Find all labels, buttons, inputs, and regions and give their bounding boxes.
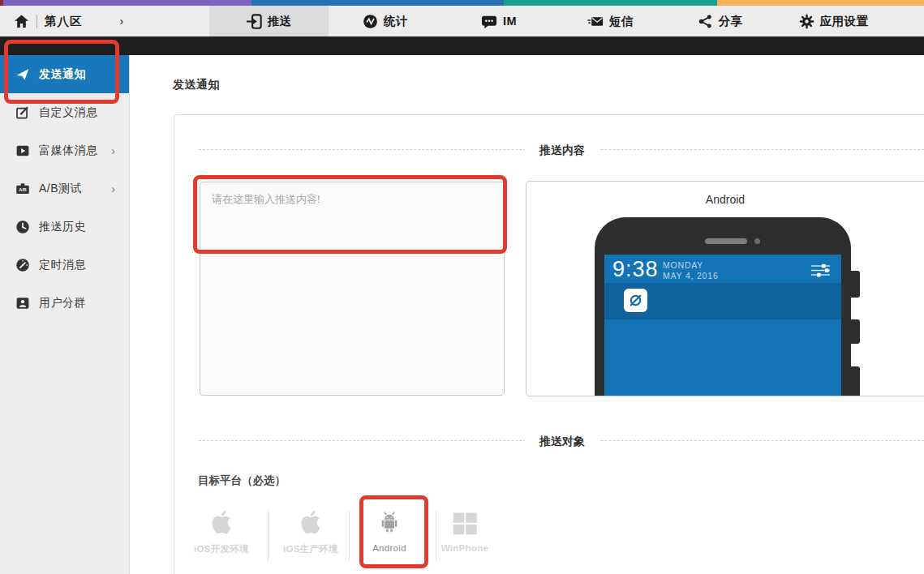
platform-separator (268, 511, 269, 561)
sidebar-item-custom-message[interactable]: 自定义消息 (0, 93, 129, 131)
sidebar-item-user-segments[interactable]: 用户分群 (0, 284, 129, 322)
platform-ios-prod[interactable]: iOS生产环境 (274, 504, 347, 569)
tab-stats[interactable]: 统计 (329, 6, 442, 36)
tab-app-settings[interactable]: 应用设置 (775, 6, 892, 36)
phone-screen: 9:38 MONDAY MAY 4, 2016 (604, 255, 841, 396)
sidebar-item-label: 定时消息 (39, 258, 86, 272)
stats-pulse-icon (363, 14, 378, 29)
strip-segment-orange (717, 0, 924, 6)
section-label-push-content: 推送内容 (525, 143, 600, 157)
push-content-input[interactable] (200, 182, 505, 396)
platform-separator (349, 511, 350, 561)
phone-mockup: 9:38 MONDAY MAY 4, 2016 (595, 217, 851, 396)
brand-area: 第八区 › (0, 6, 123, 36)
phone-camera-dot (754, 238, 760, 244)
top-color-strip (0, 0, 924, 6)
share-nodes-icon (698, 14, 713, 29)
tab-label: 推送 (268, 14, 292, 29)
preview-title: Android (526, 193, 924, 206)
apple-icon (208, 504, 235, 538)
platform-winphone[interactable]: WinPhone (428, 504, 501, 569)
page-title: 发送通知 (173, 78, 220, 92)
edit-square-icon (15, 105, 30, 120)
section-label-push-target: 推送对象 (525, 434, 600, 448)
dark-toolbar (0, 36, 924, 55)
platform-label: iOS生产环境 (283, 543, 338, 555)
tab-label: 分享 (719, 14, 743, 29)
platform-ios-dev[interactable]: iOS开发环境 (185, 504, 258, 569)
windows-icon (450, 504, 479, 538)
sidebar-item-label: 发送通知 (39, 67, 86, 82)
notification-settings-icon (811, 263, 832, 277)
history-clock-icon (15, 219, 30, 234)
strip-segment-purple (3, 0, 251, 6)
top-navbar: 第八区 › 推送 统计 (0, 6, 924, 36)
svg-text:A/B: A/B (19, 187, 26, 192)
platform-label: iOS开发环境 (194, 543, 249, 555)
sidebar-item-label: A/B测试 (39, 182, 82, 196)
sidebar-item-label: 推送历史 (39, 220, 86, 234)
phone-side-button (851, 271, 860, 298)
play-square-icon (15, 143, 30, 158)
chevron-right-icon[interactable]: › (120, 15, 124, 28)
tab-label: IM (503, 15, 517, 28)
sidebar-item-label: 富媒体消息 (39, 144, 98, 158)
chevron-right-icon: › (111, 182, 115, 195)
strip-segment-blue (251, 0, 504, 6)
android-icon (377, 504, 402, 538)
phone-side-button (851, 366, 860, 396)
tab-share[interactable]: 分享 (665, 6, 775, 36)
gear-icon (799, 14, 814, 29)
chat-bubble-icon (481, 14, 497, 29)
sms-envelope-icon (587, 14, 604, 29)
app-name[interactable]: 第八区 (45, 14, 83, 29)
chevron-right-icon: › (111, 144, 115, 157)
android-preview-panel: Android 9:38 MONDAY MAY 4, 2016 (526, 181, 924, 396)
jpush-logo-icon (624, 289, 647, 312)
tab-label: 统计 (384, 14, 408, 29)
tab-push[interactable]: 推送 (209, 6, 329, 36)
tab-label: 短信 (609, 14, 634, 29)
section-divider-content: 推送内容 (199, 149, 924, 150)
platform-separator (436, 511, 436, 561)
phone-time: 9:38 (612, 257, 659, 282)
tab-label: 应用设置 (820, 14, 869, 29)
brand-divider (37, 15, 37, 28)
phone-day: MONDAY (663, 260, 703, 270)
phone-date: MAY 4, 2016 (663, 271, 719, 281)
push-to-phone-icon (247, 14, 262, 29)
notification-row (604, 283, 841, 319)
sidebar-item-label: 用户分群 (39, 296, 86, 311)
home-button[interactable] (14, 14, 29, 29)
sidebar-item-scheduled-message[interactable]: 定时消息 (0, 246, 129, 284)
platform-android[interactable]: Android (353, 504, 426, 569)
platform-label: Android (372, 543, 406, 553)
phone-side-button (851, 319, 860, 344)
app-window: 第八区 › 推送 统计 (0, 0, 924, 574)
sidebar-item-send-notification[interactable]: 发送通知 (0, 55, 129, 93)
ab-test-icon: A/B (15, 181, 30, 196)
paper-plane-icon (15, 66, 30, 82)
timer-clock-icon (15, 257, 30, 272)
sidebar-item-label: 自定义消息 (39, 105, 98, 120)
target-platform-label: 目标平台（必选） (198, 473, 286, 488)
home-icon (14, 14, 29, 29)
strip-segment-teal (504, 0, 717, 6)
tab-sms[interactable]: 短信 (556, 6, 665, 36)
user-group-icon (15, 295, 30, 311)
platform-label: WinPhone (441, 543, 489, 553)
sidebar: 发送通知 自定义消息 富媒体消息 › (0, 55, 130, 574)
section-divider-target: 推送对象 (199, 440, 924, 441)
sidebar-item-ab-test[interactable]: A/B A/B测试 › (0, 169, 129, 208)
phone-speaker (705, 238, 747, 244)
tab-im[interactable]: IM (442, 6, 556, 36)
apple-icon (297, 504, 324, 538)
sidebar-item-rich-media[interactable]: 富媒体消息 › (0, 131, 129, 169)
sidebar-item-push-history[interactable]: 推送历史 (0, 208, 129, 246)
